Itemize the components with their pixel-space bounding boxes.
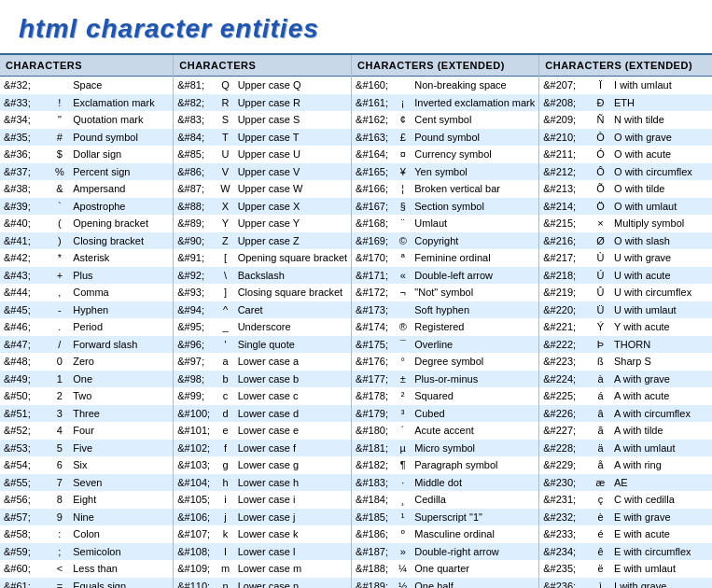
- char-name: Plus-or-minus: [411, 371, 538, 388]
- char-symbol: i: [216, 491, 233, 509]
- char-symbol: [395, 77, 411, 94]
- table-row: &#108;lLower case l: [174, 543, 351, 561]
- table-row: &#33;!Exclamation mark: [0, 94, 173, 112]
- char-code: &#110;: [174, 578, 216, 589]
- char-name: Upper case R: [234, 94, 351, 112]
- char-code: &#216;: [539, 232, 591, 250]
- col-header-1: CHARACTERS: [174, 55, 351, 77]
- char-name: Broken vertical bar: [411, 180, 538, 198]
- char-name: U with circumflex: [610, 284, 712, 301]
- char-code: &#233;: [539, 525, 591, 543]
- char-symbol: Ò: [591, 129, 610, 147]
- char-name: Period: [69, 318, 173, 336]
- char-code: &#188;: [352, 560, 395, 578]
- char-code: &#86;: [174, 163, 216, 181]
- char-symbol: ²: [395, 387, 411, 405]
- char-code: &#84;: [174, 129, 216, 147]
- char-code: &#174;: [352, 318, 395, 336]
- char-symbol: /: [50, 336, 70, 354]
- char-code: &#236;: [539, 578, 591, 589]
- char-code: &#33;: [0, 94, 50, 112]
- char-symbol: ]: [216, 284, 233, 301]
- char-code: &#104;: [174, 474, 216, 492]
- char-name: A with ring: [610, 456, 712, 474]
- table-row: &#84;TUpper case T: [174, 129, 351, 147]
- table-row: &#91;[Opening square bracket: [174, 249, 351, 267]
- char-name: Lower case n: [234, 578, 351, 589]
- table-row: &#94;^Caret: [174, 301, 351, 319]
- table-row: &#55;7Seven: [0, 474, 173, 492]
- char-name: Hyphen: [69, 301, 173, 319]
- char-name: Cubed: [411, 405, 538, 423]
- char-name: Zero: [69, 353, 173, 371]
- char-name: Nine: [69, 509, 173, 526]
- table-row: &#48;0Zero: [0, 353, 173, 371]
- char-symbol: <: [50, 560, 70, 578]
- table-row: &#187;»Double-right arrow: [352, 543, 538, 561]
- char-name: Sharp S: [610, 353, 712, 371]
- table-row: &#96;'Single quote: [174, 336, 351, 354]
- char-name: Dollar sign: [69, 146, 173, 163]
- column-1: CHARACTERS&#81;QUpper case Q&#82;RUpper …: [174, 54, 352, 588]
- char-name: C with cedilla: [610, 491, 712, 509]
- char-name: Currency symbol: [411, 146, 538, 163]
- char-name: Feminine ordinal: [411, 249, 538, 267]
- char-code: &#182;: [352, 456, 395, 474]
- table-row: &#102;fLower case f: [174, 440, 351, 457]
- char-code: &#107;: [174, 525, 216, 543]
- table-row: &#213;ÕO with tilde: [539, 180, 712, 198]
- char-code: &#180;: [352, 422, 395, 440]
- table-row: &#235;ëE with umlaut: [539, 560, 712, 578]
- char-symbol: ´: [395, 422, 411, 440]
- char-name: One half: [411, 578, 538, 589]
- table-row: &#32; Space: [0, 77, 173, 94]
- char-code: &#213;: [539, 180, 591, 198]
- char-name: One quarter: [411, 560, 538, 578]
- table-row: &#234;êE with circumflex: [539, 543, 712, 561]
- char-code: &#81;: [174, 77, 216, 94]
- char-symbol: 2: [50, 387, 70, 405]
- char-code: &#108;: [174, 543, 216, 561]
- char-symbol: V: [216, 163, 233, 181]
- table-row: &#226;âA with circumflex: [539, 405, 712, 423]
- table-row: &#230;æAE: [539, 474, 712, 492]
- char-name: Upper case T: [234, 129, 351, 147]
- char-name: Closing bracket: [69, 232, 173, 250]
- char-name: Copyright: [411, 232, 538, 250]
- char-name: Upper case X: [234, 198, 351, 216]
- char-symbol: ½: [395, 578, 411, 589]
- table-row: &#214;ÖO with umlaut: [539, 198, 712, 216]
- char-code: &#35;: [0, 129, 50, 147]
- char-symbol: \: [216, 267, 233, 285]
- char-code: &#51;: [0, 405, 50, 423]
- char-name: Underscore: [234, 318, 351, 336]
- char-code: &#221;: [539, 318, 591, 336]
- page-title: html character entities: [19, 14, 693, 44]
- char-name: Registered: [411, 318, 538, 336]
- char-code: &#181;: [352, 440, 395, 457]
- table-row: &#163;£Pound symbol: [352, 129, 538, 147]
- char-symbol: Þ: [591, 336, 610, 354]
- table-row: &#104;hLower case h: [174, 474, 351, 492]
- main-content-table: CHARACTERS&#32; Space&#33;!Exclamation m…: [0, 53, 712, 588]
- char-name: Upper case W: [234, 180, 351, 198]
- char-code: &#168;: [352, 215, 395, 232]
- char-symbol: º: [395, 525, 411, 543]
- table-row: &#161;¡Inverted exclamation mark: [352, 94, 538, 112]
- char-code: &#41;: [0, 232, 50, 250]
- char-code: &#217;: [539, 249, 591, 267]
- table-row: &#217;ÙU with grave: [539, 249, 712, 267]
- table-row: &#88;XUpper case X: [174, 198, 351, 216]
- char-symbol: l: [216, 543, 233, 561]
- char-name: A with grave: [610, 371, 712, 388]
- char-name: One: [69, 371, 173, 388]
- col-header-2: CHARACTERS (EXTENDED): [352, 55, 538, 77]
- char-name: I with umlaut: [610, 77, 712, 94]
- char-symbol: n: [216, 578, 233, 589]
- char-code: &#228;: [539, 440, 591, 457]
- char-symbol: Ï: [591, 77, 610, 94]
- table-row: &#45;-Hyphen: [0, 301, 173, 319]
- char-symbol: 4: [50, 422, 70, 440]
- table-row: &#233;éE with acute: [539, 525, 712, 543]
- char-code: &#92;: [174, 267, 216, 285]
